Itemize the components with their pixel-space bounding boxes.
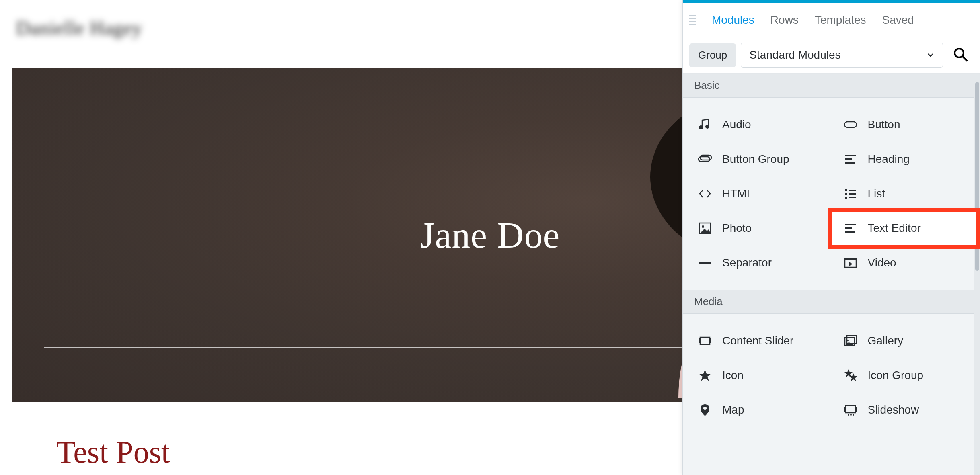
module-audio[interactable]: Audio — [686, 107, 832, 142]
svg-rect-22 — [845, 197, 847, 199]
svg-point-11 — [705, 125, 709, 129]
module-label: Video — [868, 256, 896, 269]
module-icon-group[interactable]: Icon Group — [832, 358, 977, 393]
module-label: Audio — [722, 118, 751, 131]
photo-icon — [697, 221, 713, 236]
module-label: Content Slider — [722, 334, 793, 347]
module-html[interactable]: HTML — [686, 176, 832, 211]
module-separator[interactable]: Separator — [686, 246, 832, 280]
html-icon — [697, 186, 713, 201]
section-basic[interactable]: Basic — [683, 74, 731, 97]
svg-rect-26 — [845, 224, 856, 225]
module-label: Separator — [722, 256, 772, 269]
module-button[interactable]: Button — [832, 107, 977, 142]
svg-point-42 — [848, 414, 849, 416]
section-media[interactable]: Media — [683, 290, 734, 313]
modules-panel: Modules Rows Templates Saved Group Stand… — [682, 0, 980, 475]
module-content-slider[interactable]: Content Slider — [686, 323, 832, 358]
slideshow-icon — [843, 402, 858, 418]
group-select[interactable]: Standard Modules — [741, 43, 943, 68]
svg-point-44 — [853, 414, 854, 416]
module-video[interactable]: Video — [832, 246, 977, 280]
module-button-group[interactable]: Button Group — [686, 142, 832, 176]
map-icon — [697, 402, 713, 418]
scrollbar-track[interactable] — [974, 80, 980, 475]
svg-rect-34 — [710, 338, 711, 343]
text-editor-icon — [843, 221, 858, 236]
svg-point-25 — [702, 225, 704, 228]
module-photo[interactable]: Photo — [686, 211, 832, 246]
module-icon[interactable]: Icon — [686, 358, 832, 393]
group-button[interactable]: Group — [689, 43, 736, 67]
module-label: Slideshow — [868, 403, 919, 416]
module-label: List — [868, 187, 885, 200]
svg-rect-27 — [845, 227, 852, 229]
module-label: Map — [722, 403, 744, 416]
heading-icon — [843, 152, 858, 167]
svg-rect-18 — [845, 189, 847, 191]
svg-rect-33 — [699, 338, 700, 343]
svg-point-38 — [703, 407, 707, 410]
svg-point-10 — [699, 125, 703, 129]
module-list[interactable]: List — [832, 176, 977, 211]
module-map[interactable]: Map — [686, 393, 832, 427]
hero-title: Jane Doe — [420, 214, 560, 256]
content-slider-icon — [697, 333, 713, 348]
module-label: Text Editor — [868, 222, 921, 235]
svg-point-37 — [847, 340, 849, 341]
audio-icon — [697, 117, 713, 132]
button-icon — [843, 117, 858, 132]
panel-accent — [683, 0, 980, 3]
panel-body: Basic AudioButtonButton GroupHeadingHTML… — [683, 74, 980, 475]
module-text-editor[interactable]: Text Editor — [832, 211, 977, 246]
module-label: HTML — [722, 187, 753, 200]
module-label: Heading — [868, 153, 910, 166]
svg-rect-35 — [847, 336, 857, 344]
tab-saved[interactable]: Saved — [882, 14, 914, 27]
group-select-value: Standard Modules — [749, 49, 840, 61]
module-label: Button — [868, 118, 900, 131]
search-icon — [953, 47, 969, 63]
panel-tabs: Modules Rows Templates Saved — [683, 3, 980, 37]
svg-rect-17 — [845, 162, 855, 164]
drag-handle-icon[interactable] — [689, 12, 696, 28]
list-icon — [843, 186, 858, 201]
gallery-icon — [843, 333, 858, 348]
module-grid-media: Content SliderGalleryIconIcon GroupMapSl… — [683, 314, 980, 437]
svg-rect-28 — [845, 231, 855, 233]
tab-rows[interactable]: Rows — [770, 14, 799, 27]
search-button[interactable] — [948, 43, 974, 67]
button-group-icon — [697, 152, 713, 167]
module-label: Button Group — [722, 153, 789, 166]
module-gallery[interactable]: Gallery — [832, 323, 977, 358]
svg-rect-31 — [845, 258, 856, 260]
svg-rect-16 — [845, 158, 852, 160]
chevron-down-icon — [927, 51, 935, 59]
svg-rect-20 — [845, 193, 847, 195]
svg-rect-40 — [844, 407, 846, 412]
module-label: Icon — [722, 369, 744, 382]
module-label: Photo — [722, 222, 752, 235]
svg-rect-23 — [849, 197, 856, 198]
svg-rect-15 — [845, 155, 856, 156]
module-slideshow[interactable]: Slideshow — [832, 393, 977, 427]
video-icon — [843, 255, 858, 270]
svg-rect-19 — [849, 190, 856, 191]
svg-rect-39 — [846, 405, 855, 413]
svg-rect-21 — [849, 193, 856, 195]
separator-icon — [697, 255, 713, 270]
tab-templates[interactable]: Templates — [815, 14, 866, 27]
site-logo[interactable]: Danielle Hagey — [16, 17, 142, 39]
module-heading[interactable]: Heading — [832, 142, 977, 176]
icon-icon — [697, 368, 713, 383]
tab-modules[interactable]: Modules — [712, 14, 754, 27]
svg-rect-12 — [844, 122, 857, 127]
module-label: Icon Group — [868, 369, 924, 382]
svg-rect-29 — [699, 262, 711, 264]
svg-line-9 — [963, 57, 967, 61]
module-grid-basic: AudioButtonButton GroupHeadingHTMLListPh… — [683, 98, 980, 290]
svg-rect-32 — [700, 337, 710, 344]
module-label: Gallery — [868, 334, 904, 347]
svg-point-43 — [850, 414, 852, 416]
group-row: Group Standard Modules — [683, 37, 980, 74]
